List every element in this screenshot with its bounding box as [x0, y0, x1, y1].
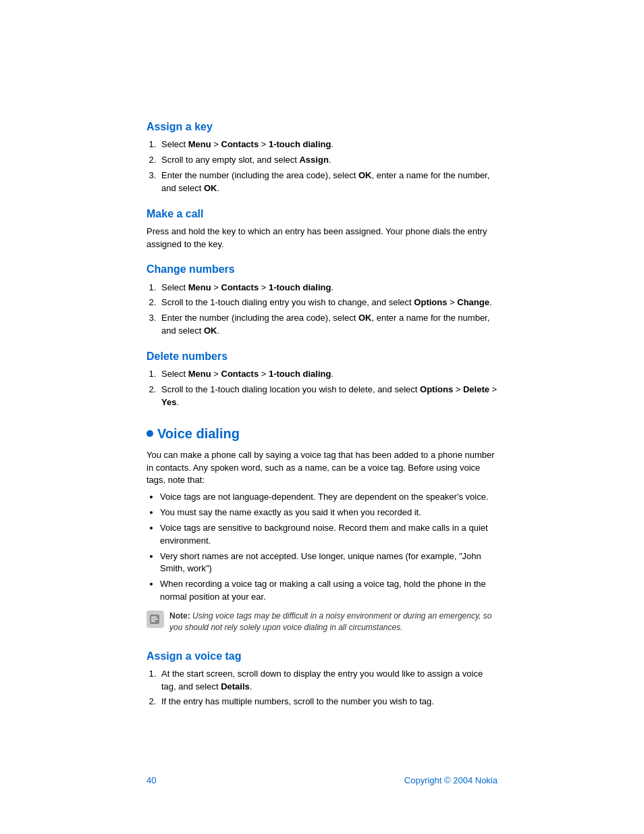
svg-rect-1: [151, 617, 157, 618]
change-step-3: Enter the number (including the area cod…: [159, 312, 498, 338]
delete1-bold1: Menu: [188, 369, 211, 379]
step1-bold3: 1-touch dialing: [269, 139, 331, 149]
step1-bold2: Contacts: [221, 139, 259, 149]
voice-tag-step-1: At the start screen, scroll down to disp…: [159, 668, 498, 694]
assign-key-steps: Select Menu > Contacts > 1-touch dialing…: [159, 138, 498, 194]
step2-assign: Assign: [299, 155, 328, 165]
change-step-1: Select Menu > Contacts > 1-touch dialing…: [159, 282, 498, 294]
assign-voice-tag-steps: At the start screen, scroll down to disp…: [159, 668, 498, 709]
bullet-item-4: Very short names are not accepted. Use l…: [160, 550, 498, 576]
svg-rect-2: [151, 619, 158, 620]
delete-step-2: Scroll to the 1-touch dialing location y…: [159, 384, 498, 409]
assign-key-step-1: Select Menu > Contacts > 1-touch dialing…: [159, 138, 498, 151]
note-icon: [146, 610, 164, 628]
assign-key-step-2: Scroll to any empty slot, and select Ass…: [159, 154, 498, 167]
change3-ok1: OK: [358, 313, 372, 323]
step1-bold1: Menu: [188, 139, 211, 149]
change3-ok2: OK: [204, 325, 217, 336]
assign-key-step-3: Enter the number (including the area cod…: [159, 170, 498, 195]
assign-voice-tag-heading: Assign a voice tag: [146, 648, 498, 664]
bullet-item-1: Voice tags are not language-dependent. T…: [160, 491, 498, 504]
footer: 40 Copyright © 2004 Nokia: [146, 768, 498, 787]
delete-step-1: Select Menu > Contacts > 1-touch dialing…: [159, 368, 498, 381]
change2-bold2: Change: [457, 297, 489, 307]
delete2-bold1: Options: [420, 384, 453, 394]
note-icon-svg: [149, 613, 161, 625]
voice-dialing-bullet: [146, 430, 153, 437]
change1-bold1: Menu: [188, 282, 211, 292]
delete-numbers-heading: Delete numbers: [146, 348, 498, 364]
delete2-bold2: Delete: [463, 384, 489, 394]
change2-bold1: Options: [414, 297, 447, 307]
make-call-heading: Make a call: [146, 206, 498, 221]
note-box: Note: Using voice tags may be difficult …: [146, 610, 498, 637]
content-area: Assign a key Select Menu > Contacts > 1-…: [146, 0, 498, 768]
assign-key-heading: Assign a key: [146, 119, 498, 134]
change1-bold2: Contacts: [221, 282, 259, 292]
voice-tag-step-2: If the entry has multiple numbers, scrol…: [159, 696, 498, 708]
delete2-bold3: Yes: [161, 397, 176, 407]
voice-dialing-heading-wrapper: Voice dialing: [146, 424, 498, 444]
voice-dialing-heading: Voice dialing: [157, 424, 240, 444]
note-italic: Using voice tags may be difficult in a n…: [169, 611, 491, 632]
step3-ok1: OK: [358, 170, 372, 180]
bullet-item-5: When recording a voice tag or making a c…: [160, 578, 498, 604]
footer-copyright: Copyright © 2004 Nokia: [404, 775, 498, 787]
bullet-item-2: You must say the name exactly as you sai…: [160, 506, 498, 519]
footer-page-number: 40: [146, 775, 156, 787]
change-step-2: Scroll to the 1-touch dialing entry you …: [159, 296, 498, 309]
page: Assign a key Select Menu > Contacts > 1-…: [0, 0, 644, 834]
bullet-item-3: Voice tags are sensitive to background n…: [160, 522, 498, 548]
change1-bold3: 1-touch dialing: [269, 282, 331, 292]
change-numbers-steps: Select Menu > Contacts > 1-touch dialing…: [159, 282, 498, 338]
svg-rect-3: [151, 621, 155, 622]
voice-dialing-bullets: Voice tags are not language-dependent. T…: [160, 491, 498, 604]
make-call-body: Press and hold the key to which an entry…: [146, 226, 498, 251]
voice-dialing-intro: You can make a phone call by saying a vo…: [146, 449, 498, 488]
voice-tag-details: Details: [221, 681, 250, 692]
note-text: Note: Using voice tags may be difficult …: [169, 610, 498, 633]
change-numbers-heading: Change numbers: [146, 261, 498, 277]
delete1-bold2: Contacts: [221, 369, 259, 379]
delete-numbers-steps: Select Menu > Contacts > 1-touch dialing…: [159, 368, 498, 409]
note-label: Note:: [169, 611, 190, 621]
delete1-bold3: 1-touch dialing: [269, 369, 331, 379]
step3-ok2: OK: [204, 183, 217, 193]
